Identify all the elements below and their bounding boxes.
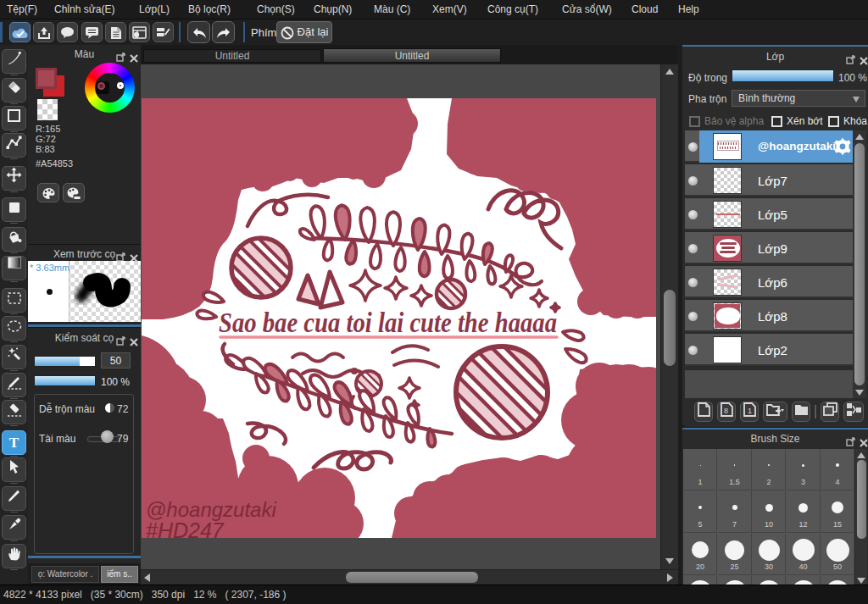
svg-text:1: 1 [748,407,752,415]
svg-text:#HD247: #HD247 [146,518,225,538]
svg-text:@hoangzutaki: @hoangzutaki [146,498,276,521]
svg-text:Sao bae cua toi lai cute the h: Sao bae cua toi lai cute the haaaa [219,308,557,338]
svg-text:8: 8 [724,407,728,415]
